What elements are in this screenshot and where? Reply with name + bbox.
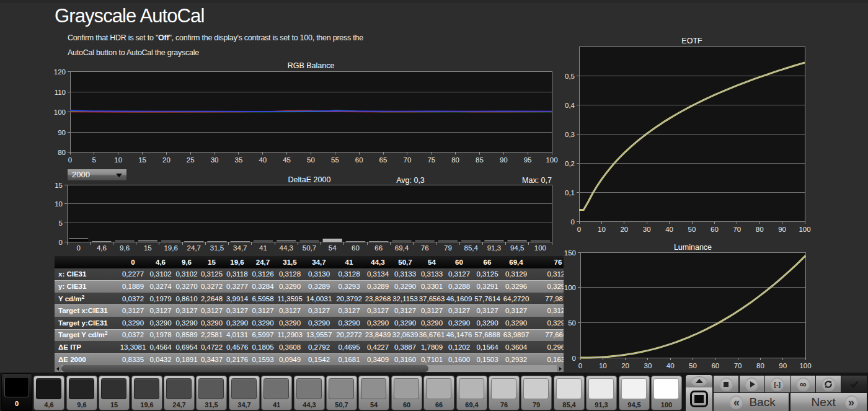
svg-text:55: 55 xyxy=(331,156,339,164)
svg-text:Max: 0,7: Max: 0,7 xyxy=(522,176,552,185)
svg-text:0: 0 xyxy=(59,239,63,246)
svg-text:100: 100 xyxy=(534,244,546,252)
svg-text:Avg: 0,3: Avg: 0,3 xyxy=(396,176,425,185)
svg-text:0: 0 xyxy=(68,156,72,164)
svg-text:50: 50 xyxy=(688,226,696,233)
svg-text:50: 50 xyxy=(307,156,315,164)
svg-text:45: 45 xyxy=(283,156,291,164)
svg-text:79: 79 xyxy=(444,244,452,252)
svg-text:40: 40 xyxy=(665,226,673,233)
svg-text:0,1: 0,1 xyxy=(565,189,575,197)
svg-text:85: 85 xyxy=(476,156,484,164)
svg-text:15: 15 xyxy=(138,156,146,164)
svg-text:20: 20 xyxy=(162,156,170,164)
svg-text:30: 30 xyxy=(644,362,652,369)
svg-text:5: 5 xyxy=(59,219,63,227)
svg-text:24,7: 24,7 xyxy=(187,244,201,252)
svg-text:25: 25 xyxy=(187,156,195,164)
svg-text:54: 54 xyxy=(329,244,337,252)
svg-text:Luminance: Luminance xyxy=(674,243,712,252)
svg-text:80: 80 xyxy=(756,362,764,369)
svg-text:100: 100 xyxy=(564,284,576,291)
svg-text:90: 90 xyxy=(778,226,786,233)
svg-text:15: 15 xyxy=(55,182,63,189)
svg-text:30: 30 xyxy=(211,156,219,164)
svg-text:100: 100 xyxy=(799,226,810,233)
svg-text:80: 80 xyxy=(756,226,764,233)
svg-text:44,3: 44,3 xyxy=(280,244,293,252)
svg-text:80: 80 xyxy=(58,149,66,156)
svg-text:30: 30 xyxy=(643,226,651,233)
svg-text:60: 60 xyxy=(711,362,719,369)
svg-text:65: 65 xyxy=(379,156,388,164)
svg-text:0: 0 xyxy=(76,244,80,252)
svg-text:60: 60 xyxy=(355,156,363,164)
svg-text:75: 75 xyxy=(427,156,435,164)
svg-text:35: 35 xyxy=(235,156,243,164)
svg-text:0: 0 xyxy=(577,226,581,233)
svg-text:41: 41 xyxy=(259,244,267,252)
svg-text:9,6: 9,6 xyxy=(120,244,130,252)
svg-text:100: 100 xyxy=(799,362,811,369)
svg-text:DeltaE 2000: DeltaE 2000 xyxy=(288,175,331,184)
svg-text:0,5: 0,5 xyxy=(565,73,575,80)
svg-text:20: 20 xyxy=(620,226,628,233)
svg-text:19,6: 19,6 xyxy=(164,244,177,252)
svg-text:0,2: 0,2 xyxy=(565,160,575,167)
svg-text:10: 10 xyxy=(114,156,122,164)
svg-text:10: 10 xyxy=(599,362,607,369)
svg-text:85,4: 85,4 xyxy=(464,244,479,252)
svg-text:50: 50 xyxy=(689,362,697,369)
svg-text:EOTF: EOTF xyxy=(681,37,702,45)
svg-text:0,3: 0,3 xyxy=(565,131,575,138)
svg-text:0,4: 0,4 xyxy=(565,102,575,109)
svg-text:110: 110 xyxy=(55,89,66,96)
svg-text:70: 70 xyxy=(404,156,412,164)
svg-text:69,4: 69,4 xyxy=(395,244,409,252)
svg-text:150: 150 xyxy=(564,249,576,257)
svg-text:10: 10 xyxy=(598,226,606,233)
svg-text:60: 60 xyxy=(352,244,360,252)
svg-text:70: 70 xyxy=(733,226,741,233)
svg-text:5: 5 xyxy=(92,156,96,164)
svg-text:15: 15 xyxy=(144,244,152,252)
svg-text:RGB Balance: RGB Balance xyxy=(288,61,335,70)
svg-text:94,5: 94,5 xyxy=(510,244,524,252)
svg-text:76: 76 xyxy=(421,244,429,252)
svg-text:0: 0 xyxy=(571,218,575,226)
svg-text:90: 90 xyxy=(58,129,66,136)
svg-text:10: 10 xyxy=(55,200,63,208)
svg-text:40: 40 xyxy=(666,362,675,369)
svg-text:70: 70 xyxy=(734,362,742,369)
svg-text:66: 66 xyxy=(374,244,383,252)
svg-text:100: 100 xyxy=(546,156,557,164)
svg-text:90: 90 xyxy=(500,156,508,164)
svg-text:91,3: 91,3 xyxy=(487,244,501,252)
svg-text:4,6: 4,6 xyxy=(97,244,107,252)
svg-text:34,7: 34,7 xyxy=(233,244,247,252)
svg-text:80: 80 xyxy=(451,156,459,164)
svg-text:95: 95 xyxy=(524,156,532,164)
svg-text:120: 120 xyxy=(54,68,66,76)
svg-text:90: 90 xyxy=(779,362,787,369)
svg-text:0: 0 xyxy=(572,355,576,362)
svg-text:0: 0 xyxy=(578,362,582,369)
svg-text:40: 40 xyxy=(259,156,267,164)
svg-text:31,5: 31,5 xyxy=(210,244,224,252)
svg-text:60: 60 xyxy=(711,226,719,233)
svg-text:50: 50 xyxy=(568,319,576,327)
svg-text:20: 20 xyxy=(621,362,629,369)
svg-text:100: 100 xyxy=(54,108,66,116)
svg-text:50,7: 50,7 xyxy=(303,244,316,252)
